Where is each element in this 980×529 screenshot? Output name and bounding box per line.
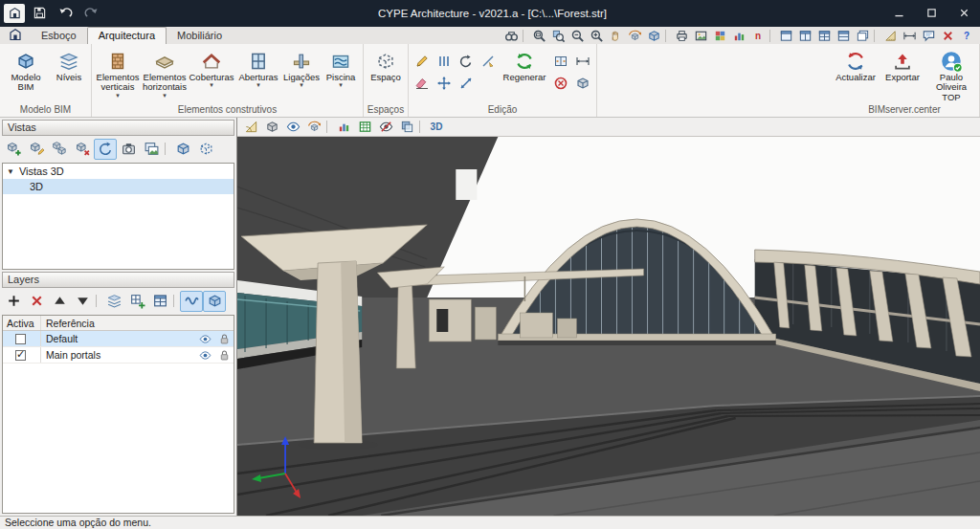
- camera-icon[interactable]: [117, 139, 140, 160]
- piscina-button[interactable]: Piscina ▾: [322, 47, 360, 89]
- zoom-model-icon[interactable]: [548, 28, 568, 44]
- ligacoes-button[interactable]: Ligações ▾: [282, 47, 321, 89]
- layer-active-checkbox[interactable]: [15, 334, 26, 344]
- view-3d-mode-icon[interactable]: 3D: [426, 119, 447, 136]
- layer-lock-icon[interactable]: [214, 333, 234, 345]
- view-3d-icon[interactable]: [171, 139, 194, 160]
- layer-solids-icon[interactable]: [203, 291, 226, 312]
- captures-icon[interactable]: [140, 139, 163, 160]
- edit-solid-icon[interactable]: [572, 73, 592, 93]
- exportar-button[interactable]: Exportar: [880, 47, 925, 83]
- tab-mobiliario[interactable]: Mobiliário: [167, 28, 233, 44]
- zoom-window-icon[interactable]: [529, 28, 548, 44]
- layer-lock-icon[interactable]: [214, 349, 234, 362]
- visibility-icon[interactable]: [282, 119, 303, 136]
- dimension-icon[interactable]: [900, 28, 919, 44]
- previous-view-icon[interactable]: [644, 28, 663, 44]
- rotate-view-icon[interactable]: [94, 139, 117, 160]
- measure-icon[interactable]: [880, 28, 900, 44]
- layout-single-icon[interactable]: [776, 28, 795, 44]
- close-button[interactable]: [947, 0, 980, 27]
- save-button[interactable]: [28, 3, 51, 24]
- niveis-button[interactable]: Níveis: [50, 47, 88, 83]
- find-icon[interactable]: [501, 28, 521, 44]
- edit-dimension-icon[interactable]: [572, 51, 592, 71]
- connections-icon: [291, 49, 312, 73]
- pan-icon[interactable]: [606, 28, 625, 44]
- edit-erase-icon[interactable]: [412, 73, 432, 93]
- layout-cascade-icon[interactable]: [853, 28, 872, 44]
- edit-view-icon[interactable]: [25, 139, 48, 160]
- elementos-verticais-button[interactable]: Elementos verticais ▾: [95, 47, 141, 99]
- edit-draw-icon[interactable]: [412, 51, 432, 71]
- edit-parallels-icon[interactable]: [434, 51, 454, 71]
- layer-new-group-icon[interactable]: [125, 291, 148, 312]
- edit-line-icon[interactable]: [478, 51, 498, 71]
- help-icon[interactable]: ?: [957, 28, 976, 44]
- print-icon[interactable]: [672, 28, 691, 44]
- tab-arquitectura[interactable]: Arquitectura: [87, 27, 167, 44]
- delete-view-icon[interactable]: [71, 139, 94, 160]
- edit-split-icon[interactable]: [550, 51, 570, 71]
- element-colors-icon[interactable]: [333, 119, 354, 136]
- copy-view-icon[interactable]: [48, 139, 71, 160]
- toolbar-separator: [769, 30, 774, 42]
- comment-icon[interactable]: [919, 28, 938, 44]
- edit-invalidate-icon[interactable]: [550, 73, 570, 93]
- layer-visibility-icon[interactable]: [195, 349, 214, 362]
- orbit-icon[interactable]: [625, 28, 644, 44]
- layout-grid-icon[interactable]: [814, 28, 834, 44]
- redo-button[interactable]: [79, 3, 102, 24]
- maximize-button[interactable]: [915, 0, 947, 27]
- minimize-button[interactable]: [882, 0, 915, 27]
- layer-up-icon[interactable]: [48, 291, 71, 312]
- aberturas-button[interactable]: Aberturas ▾: [235, 47, 281, 89]
- new-view-icon[interactable]: [2, 139, 25, 160]
- render-options-icon[interactable]: [710, 28, 729, 44]
- edit-stretch-icon[interactable]: [456, 73, 476, 93]
- layout-hsplit-icon[interactable]: [834, 28, 853, 44]
- view-section-icon[interactable]: [194, 139, 217, 160]
- layer-down-icon[interactable]: [71, 291, 94, 312]
- layer-curves-icon[interactable]: [180, 291, 203, 312]
- tree-node-3d[interactable]: 3D: [3, 179, 234, 194]
- layer-row-default[interactable]: Default: [3, 331, 234, 347]
- layer-visibility-icon[interactable]: [195, 333, 214, 345]
- espaco-button[interactable]: Espaço: [367, 47, 405, 83]
- titlebar: CYPE Architecture - v2021.a - [C:\...\Fo…: [0, 0, 980, 27]
- layer-active-checkbox[interactable]: [15, 350, 26, 361]
- elementos-horizontais-button[interactable]: Elementos horizontais ▾: [142, 47, 188, 99]
- zoom-out-icon[interactable]: [568, 28, 587, 44]
- undo-button[interactable]: [54, 3, 77, 24]
- layer-row-main-portals[interactable]: Main portals: [3, 347, 234, 364]
- snapshot-icon[interactable]: [691, 28, 710, 44]
- layer-levels-icon[interactable]: [102, 291, 125, 312]
- viewport-3d-scene[interactable]: [237, 137, 980, 516]
- annotate-icon[interactable]: n: [748, 28, 768, 44]
- viewport-3d[interactable]: [237, 137, 980, 516]
- regenerar-button[interactable]: Regenerar: [500, 47, 549, 83]
- layer-groups-icon[interactable]: [148, 291, 171, 312]
- orbit-view-icon[interactable]: [303, 119, 324, 136]
- tree-node-vistas-3d[interactable]: ▼ Vistas 3D: [3, 164, 234, 179]
- hide-selection-icon[interactable]: [375, 119, 396, 136]
- dropdown-arrow-icon: ▾: [339, 82, 343, 88]
- transparency-icon[interactable]: [396, 119, 417, 136]
- modelo-bim-button[interactable]: Modelo BIM: [3, 47, 49, 94]
- coberturas-button[interactable]: Coberturas ▾: [189, 47, 234, 89]
- delete-icon[interactable]: [938, 28, 957, 44]
- add-layer-icon[interactable]: [2, 291, 25, 312]
- isometric-view-icon[interactable]: [261, 119, 282, 136]
- bimserver-user-button[interactable]: Paulo Oliveira TOP: [926, 47, 976, 103]
- tables-icon[interactable]: [354, 119, 375, 136]
- measurement-tools-icon[interactable]: [240, 119, 261, 136]
- edit-move-icon[interactable]: [434, 73, 454, 93]
- layout-vsplit-icon[interactable]: [795, 28, 814, 44]
- analysis-icon[interactable]: [729, 28, 748, 44]
- user-name-label: Paulo Oliveira TOP: [927, 73, 975, 102]
- actualizar-button[interactable]: Actualizar: [833, 47, 879, 83]
- tab-esboco[interactable]: Esboço: [31, 28, 87, 44]
- delete-layer-icon[interactable]: [25, 291, 48, 312]
- edit-rotate-icon[interactable]: [456, 51, 476, 71]
- zoom-in-icon[interactable]: [587, 28, 606, 44]
